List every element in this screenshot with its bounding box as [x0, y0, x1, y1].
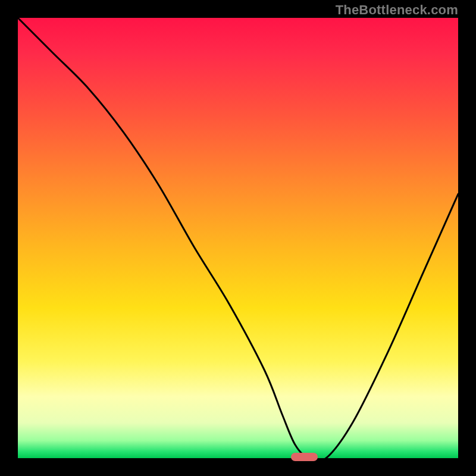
optimum-marker — [291, 453, 318, 461]
watermark-text: TheBottleneck.com — [336, 2, 458, 18]
chart-plot-area — [18, 18, 458, 458]
bottleneck-curve — [18, 18, 458, 458]
chart-frame: TheBottleneck.com — [0, 0, 476, 476]
curve-path — [18, 18, 458, 458]
